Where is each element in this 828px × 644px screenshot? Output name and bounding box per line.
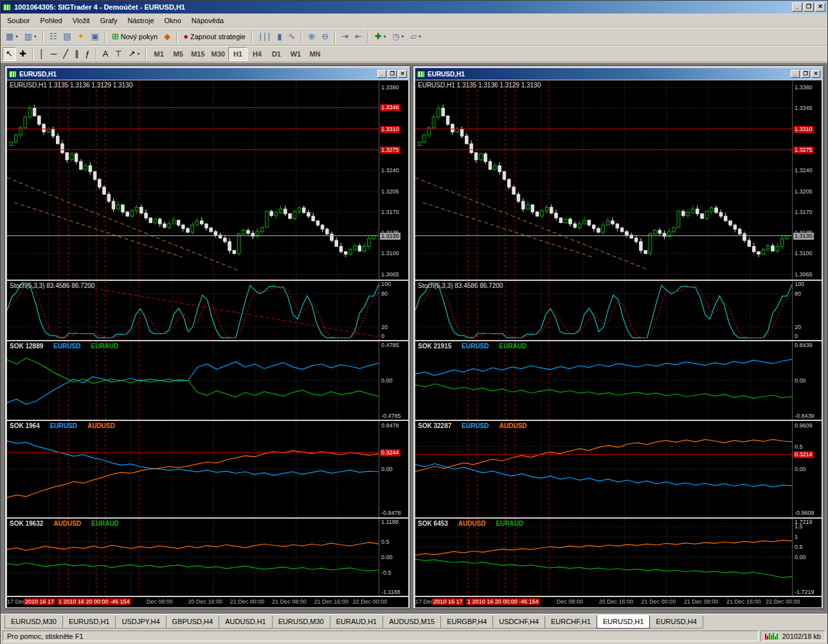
chart-tab-eurusd-m30[interactable]: EURUSD,M30	[4, 615, 63, 629]
chart-window-right[interactable]: EURUSD,H1 _ ❐ ✕ EURUSD,H1 1.3135 1.3136 …	[413, 66, 824, 609]
menu-pohled[interactable]: Pohled	[35, 15, 67, 26]
chart-tab-euraud-h1[interactable]: EURAUD,H1	[330, 615, 384, 629]
sok-plot[interactable]: SOK 19632AUDUSDEURAUD	[7, 519, 379, 596]
app-maximize-button[interactable]: ❐	[804, 3, 814, 12]
menu-soubor[interactable]: Soubor	[2, 15, 35, 26]
candlestick-canvas[interactable]	[415, 80, 792, 280]
chart-tab-eurusd-m30[interactable]: EURUSD,M30	[272, 615, 330, 629]
price-axis[interactable]: 1.33801.33451.33101.32751.32401.32051.31…	[792, 80, 822, 280]
chart-tab-eurusd-h4[interactable]: EURUSD,H4	[649, 615, 703, 629]
menu-nastroje[interactable]: Nástroje	[123, 15, 159, 26]
stochastic-canvas[interactable]	[415, 281, 792, 340]
arrows-button[interactable]: ↗▾	[125, 47, 143, 61]
candlestick-canvas[interactable]	[7, 80, 379, 280]
sok-axis[interactable]: 0.47850.00-0.4785	[379, 341, 408, 420]
sok-plot[interactable]: SOK 21915EURUSDEURAUD	[415, 341, 792, 420]
text-button[interactable]: A	[100, 47, 112, 61]
stochastic-axis[interactable]: 10080200	[379, 281, 408, 340]
enable-strategy-button[interactable]: ●Zapnout strategie	[180, 30, 248, 44]
sok-plot[interactable]: SOK 6453AUDUSDEURAUD	[415, 519, 792, 596]
chart-tab-eurusd-h1[interactable]: EURUSD,H1	[597, 615, 651, 629]
menu-napoveda[interactable]: Nápověda	[186, 15, 229, 26]
timeframe-h1[interactable]: H1	[228, 47, 248, 61]
price-axis[interactable]: 1.33801.33451.33101.32751.32401.32051.31…	[379, 80, 408, 280]
stochastic-canvas[interactable]	[7, 281, 379, 340]
data-window-button[interactable]: ▤	[60, 30, 74, 44]
timeframe-m1[interactable]: M1	[149, 47, 168, 61]
expert-advisors-button[interactable]: ◆	[161, 30, 174, 44]
timeframe-w1[interactable]: W1	[286, 47, 305, 61]
stochastic-plot[interactable]: Stoch(5,3,3) 83.4586 86.7200	[415, 281, 792, 340]
profiles-button[interactable]: ▥▾	[21, 30, 40, 44]
sok-plot[interactable]: SOK 32287EURUSDAUDUSD	[415, 421, 792, 517]
fibonacci-button[interactable]: ƒ	[82, 47, 93, 61]
periods-button[interactable]: ◷▾	[389, 30, 407, 44]
chart-window-right-titlebar[interactable]: EURUSD,H1 _ ❐ ✕	[415, 68, 822, 80]
app-close-button[interactable]: ✕	[815, 3, 825, 12]
chart-restore-button[interactable]: ❐	[801, 70, 810, 78]
stochastic-axis[interactable]: 10080200	[792, 281, 822, 340]
chart-tab-audusd-h1[interactable]: AUDUSD,H1	[219, 615, 273, 629]
chart-tab-eurchf-h1[interactable]: EURCHF,H1	[544, 615, 597, 629]
line-chart-mode-button[interactable]: ∿	[285, 30, 298, 44]
timeframe-m15[interactable]: M15	[188, 47, 208, 61]
navigator-button[interactable]: ✦	[75, 30, 88, 44]
chart-restore-button[interactable]: ❐	[388, 70, 397, 78]
terminal-button[interactable]: ▣	[87, 30, 102, 44]
horizontal-line-button[interactable]: ─	[48, 47, 60, 61]
menu-okno[interactable]: Okno	[159, 15, 186, 26]
chart-window-left-titlebar[interactable]: EURUSD,H1 _ ❐ ✕	[7, 68, 408, 80]
chart-close-button[interactable]: ✕	[811, 70, 820, 78]
indicators-button[interactable]: ✚▾	[372, 30, 389, 44]
sok-axis[interactable]: 0.84390.00-0.8439	[792, 341, 822, 420]
chart-tab-usdchf-h4[interactable]: USDCHF,H4	[492, 615, 545, 629]
menu-vlozit[interactable]: Vložit	[68, 15, 95, 26]
new-chart-button[interactable]: ▦▾	[3, 30, 21, 44]
menu-grafy[interactable]: Grafy	[95, 15, 123, 26]
vertical-line-button[interactable]: │	[36, 47, 48, 61]
app-titlebar[interactable]: 1001064305: SIGTrader 4 - Demoúčet - EUR…	[1, 1, 827, 13]
main-chart-plot[interactable]: EURUSD,H1 1.3135 1.3136 1.3129 1.3130	[7, 80, 379, 280]
templates-button[interactable]: ▱▾	[407, 30, 424, 44]
bar-chart-mode-button[interactable]: ∣∣∣	[255, 30, 274, 44]
channel-button[interactable]: ∥	[71, 47, 82, 61]
auto-scroll-button[interactable]: ⇥	[338, 30, 352, 44]
timeframe-m5[interactable]: M5	[168, 47, 188, 61]
main-chart-plot[interactable]: EURUSD,H1 1.3135 1.3136 1.3129 1.3130	[415, 80, 792, 280]
chart-shift-button[interactable]: ⇤	[352, 30, 365, 44]
chart-tab-eurgbp-h4[interactable]: EURGBP,H4	[440, 615, 493, 629]
chart-minimize-button[interactable]: _	[377, 70, 386, 78]
chart-tab-eurusd-h1[interactable]: EURUSD,H1	[62, 615, 116, 629]
candle-chart-mode-button[interactable]: ▮	[274, 30, 285, 44]
stochastic-plot[interactable]: Stoch(5,3,3) 83.4586 86.7200	[7, 281, 379, 340]
text-label-button[interactable]: ⊤	[111, 47, 125, 61]
sok-canvas[interactable]	[7, 421, 379, 517]
chart-close-button[interactable]: ✕	[398, 70, 407, 78]
sok-canvas[interactable]	[415, 341, 792, 420]
zoom-in-button[interactable]: ⊕	[305, 30, 318, 44]
sok-axis[interactable]: 0.96090.50.00-0.96090.3214	[792, 421, 822, 517]
market-watch-button[interactable]: ☷	[46, 30, 60, 44]
chart-window-left[interactable]: EURUSD,H1 _ ❐ ✕ EURUSD,H1 1.3135 1.3136 …	[4, 66, 411, 609]
time-axis[interactable]: 17 Dec 22010 16 171 2010 16 20 00:00 -46…	[7, 597, 408, 607]
time-axis[interactable]: 17 Dec 22010 16 171 2010 16 20 00:00 -46…	[415, 597, 822, 607]
app-minimize-button[interactable]: _	[792, 3, 802, 12]
timeframe-h4[interactable]: H4	[248, 47, 267, 61]
sok-axis[interactable]: 1.11880.50.00-0.5-1.1188	[379, 519, 408, 596]
chart-minimize-button[interactable]: _	[791, 70, 800, 78]
sok-plot[interactable]: SOK 1964EURUSDAUDUSD	[7, 421, 379, 517]
timeframe-mn[interactable]: MN	[305, 47, 325, 61]
sok-plot[interactable]: SOK 12889EURUSDEURAUD	[7, 341, 379, 420]
new-order-button[interactable]: ⊞Nový pokyn	[109, 30, 161, 44]
sok-canvas[interactable]	[7, 519, 379, 596]
chart-tab-audusd-m15[interactable]: AUDUSD,M15	[382, 615, 441, 629]
sok-canvas[interactable]	[415, 421, 792, 517]
cursor-button[interactable]: ↖	[3, 47, 16, 61]
sok-canvas[interactable]	[7, 341, 379, 420]
zoom-out-button[interactable]: ⊖	[318, 30, 332, 44]
sok-axis[interactable]: 0.84780.00-0.84780.3244	[379, 421, 408, 517]
crosshair-button[interactable]: ✚	[16, 47, 30, 61]
chart-tab-usdjpy-h4[interactable]: USDJPY,H4	[115, 615, 166, 629]
trendline-button[interactable]: ╱	[60, 47, 71, 61]
timeframe-d1[interactable]: D1	[267, 47, 286, 61]
